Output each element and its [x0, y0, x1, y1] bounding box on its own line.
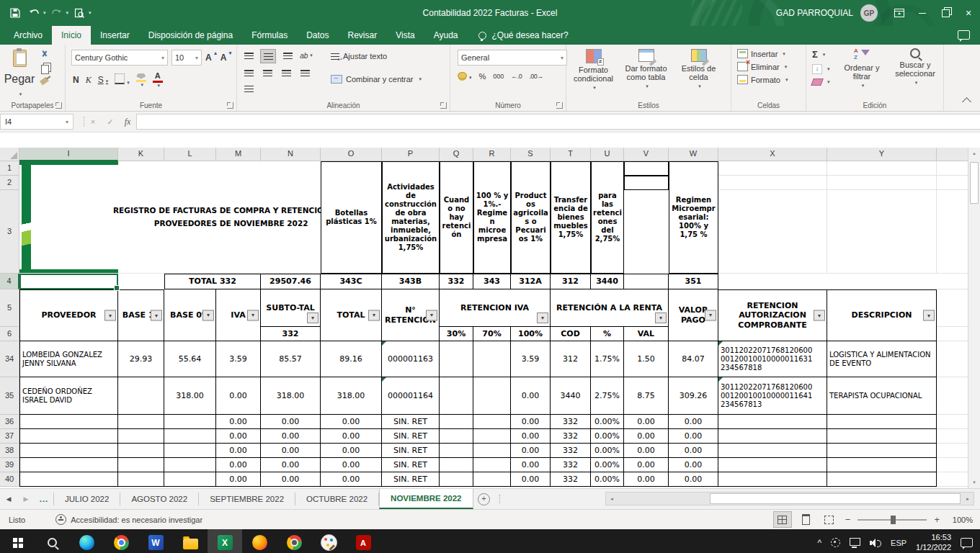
percent-style-button[interactable]: % — [479, 72, 486, 81]
cell[interactable]: 000001164 — [382, 377, 440, 415]
cell-header-actividades[interactable]: Actividades de construcción de obra mate… — [382, 161, 440, 274]
filter-button[interactable] — [426, 310, 437, 320]
zoom-in-button[interactable]: + — [932, 514, 941, 525]
cell-header-para-retenciones[interactable]: para las retenciones del 2,75% — [591, 161, 624, 274]
zoom-slider-thumb[interactable] — [891, 516, 896, 524]
underline-button[interactable]: S — [98, 75, 109, 85]
tab-inicio[interactable]: Inicio — [52, 26, 91, 45]
filter-button[interactable] — [537, 313, 548, 323]
ribbon-display-options-button[interactable] — [888, 0, 911, 26]
row-header-37[interactable]: 37 — [0, 429, 19, 444]
zoom-slider[interactable] — [858, 519, 927, 521]
cell[interactable] — [718, 176, 827, 190]
cell[interactable]: 0.00% — [591, 444, 624, 458]
header-100[interactable]: 100% — [511, 327, 551, 341]
header-retencion-autorizacion[interactable]: RETENCION AUTORIZACION COMPROBANTE — [718, 289, 827, 341]
cell[interactable]: 0.00 — [669, 444, 718, 458]
column-header-I[interactable]: I — [19, 148, 118, 161]
header-descripcion[interactable]: DESCRIPCION — [827, 289, 937, 341]
cell-T4[interactable]: 312 — [551, 274, 591, 289]
cell[interactable] — [118, 429, 164, 444]
cell[interactable]: 3.59 — [216, 341, 261, 377]
align-right-button[interactable] — [279, 66, 293, 79]
paste-button[interactable]: Pegar — [4, 48, 35, 99]
cell[interactable]: 332 — [551, 458, 591, 472]
taskbar-search-button[interactable] — [35, 529, 69, 553]
cell[interactable]: 0.00 — [511, 429, 551, 444]
cell-K4[interactable] — [118, 274, 164, 289]
decrease-decimal-button[interactable]: .00→ — [529, 73, 543, 80]
cell[interactable] — [440, 377, 473, 415]
new-sheet-button[interactable]: + — [473, 489, 495, 509]
cell[interactable] — [937, 472, 968, 487]
copy-icon[interactable] — [41, 65, 49, 74]
sheet-tab-julio[interactable]: JULIO 2022 — [54, 489, 120, 509]
autosum-button[interactable]: Σ — [812, 49, 830, 60]
cell[interactable] — [937, 341, 968, 377]
header-total[interactable]: TOTAL — [321, 289, 382, 341]
cancel-icon[interactable]: × — [84, 112, 102, 132]
taskbar-acrobat-button[interactable]: A — [346, 529, 380, 553]
cell[interactable] — [937, 429, 968, 444]
onedrive-icon[interactable] — [831, 538, 840, 547]
column-header-X[interactable]: X — [718, 148, 827, 161]
cell[interactable] — [118, 377, 164, 415]
cell[interactable] — [164, 429, 216, 444]
row-header-5[interactable]: 5 — [0, 289, 19, 327]
cell[interactable]: 332 — [551, 444, 591, 458]
cell[interactable] — [718, 190, 827, 274]
merge-center-button[interactable]: Combinar y centrar — [331, 75, 422, 84]
cell[interactable]: 0.00 — [261, 415, 321, 429]
cell[interactable]: 0.00% — [591, 429, 624, 444]
name-box[interactable]: I4▾ — [0, 114, 74, 130]
cell[interactable] — [937, 161, 968, 176]
column-header-M[interactable]: M — [216, 148, 261, 161]
header-base12[interactable]: BASE 12 — [118, 289, 164, 341]
page-break-view-button[interactable] — [821, 512, 838, 527]
cell[interactable]: 0.00 — [216, 472, 261, 487]
cell[interactable] — [473, 377, 511, 415]
avatar[interactable]: GP — [860, 4, 878, 22]
network-icon[interactable] — [850, 540, 860, 546]
cell-I4-selected[interactable] — [19, 274, 118, 289]
cell[interactable] — [19, 429, 118, 444]
restore-button[interactable] — [934, 0, 957, 26]
sheet-tab-noviembre[interactable]: NOVIEMBRE 2022 — [379, 489, 473, 509]
cell[interactable] — [937, 377, 968, 415]
formula-input[interactable] — [136, 114, 980, 130]
scroll-up-icon[interactable]: ▴ — [968, 148, 980, 159]
cell[interactable] — [937, 274, 968, 289]
decrease-indent-button[interactable] — [298, 66, 312, 79]
column-header-W[interactable]: W — [669, 148, 718, 161]
cell[interactable]: 000001163 — [382, 341, 440, 377]
cell[interactable]: 0.00 — [321, 444, 382, 458]
cell-header-regimen[interactable]: 100 % y 1%.- Regimen microempresa — [473, 161, 511, 274]
cell[interactable] — [718, 429, 827, 444]
sheet-overflow-button[interactable]: ... — [35, 489, 53, 509]
cell[interactable] — [164, 472, 216, 487]
align-center-button[interactable] — [260, 66, 275, 79]
sheet-tab-agosto[interactable]: AGOSTO 2022 — [120, 489, 198, 509]
filter-button[interactable] — [151, 310, 162, 321]
cell[interactable]: SIN. RET — [382, 444, 440, 458]
column-header-Y[interactable]: Y — [827, 148, 937, 161]
cell[interactable]: 318.00 — [164, 377, 216, 415]
cell-header-microempresarial[interactable]: Regimen Microempresarial: 100% y 1,75 % — [669, 161, 718, 274]
cell[interactable]: 318.00 — [321, 377, 382, 415]
cell[interactable]: 29.93 — [118, 341, 164, 377]
column-header-K[interactable]: K — [118, 148, 164, 161]
bold-button[interactable]: N — [73, 75, 79, 85]
cell-U4[interactable]: 3440 — [591, 274, 624, 289]
dialog-launcher-icon[interactable] — [55, 102, 62, 109]
cell[interactable] — [118, 458, 164, 472]
notification-center-button[interactable] — [961, 538, 973, 547]
cell[interactable]: 0.00 — [624, 458, 669, 472]
cell[interactable] — [164, 458, 216, 472]
cell[interactable]: 0.00 — [216, 377, 261, 415]
sheet-tab-octubre[interactable]: OCTUBRE 2022 — [295, 489, 378, 509]
header-30[interactable]: 30% — [440, 327, 473, 341]
cell[interactable] — [827, 161, 937, 176]
column-header-Q[interactable]: Q — [440, 148, 473, 161]
zoom-level[interactable]: 100% — [947, 516, 973, 524]
cell[interactable]: 0.00 — [624, 429, 669, 444]
